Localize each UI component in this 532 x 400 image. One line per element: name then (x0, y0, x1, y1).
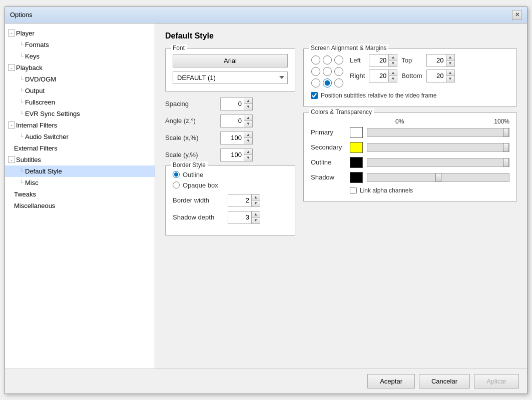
bottom-up[interactable]: ▲ (446, 70, 454, 76)
options-dialog: Options ✕ - Player └ Formats └ K (5, 6, 527, 394)
scale-x-down[interactable]: ▼ (244, 138, 252, 144)
outline-radio[interactable] (173, 171, 180, 178)
scale-x-input: ▲ ▼ (220, 132, 253, 144)
right-up[interactable]: ▲ (389, 70, 397, 76)
border-width-spin: ▲ ▼ (228, 194, 260, 207)
sidebar-item-dvdogm[interactable]: └ DVD/OGM (5, 74, 155, 85)
scale-y-up[interactable]: ▲ (244, 149, 252, 155)
align-tl[interactable] (311, 56, 320, 64)
alignment-group-label: Screen Alignment & Margins (309, 44, 388, 52)
font-button[interactable]: Arial (173, 54, 288, 68)
align-bc[interactable] (323, 78, 332, 88)
secondary-alpha-slider[interactable] (367, 143, 509, 152)
scale-y-down[interactable]: ▼ (244, 155, 252, 161)
top-down[interactable]: ▼ (446, 60, 454, 66)
sidebar-label: Keys (25, 52, 40, 60)
align-br[interactable] (334, 78, 343, 88)
secondary-label: Secondary (311, 144, 346, 151)
outline-color-swatch[interactable] (350, 157, 363, 168)
aceptar-button[interactable]: Aceptar (367, 374, 415, 388)
align-bl[interactable] (311, 78, 320, 88)
align-mc[interactable] (323, 67, 332, 76)
opaque-radio[interactable] (173, 182, 180, 188)
shadow-depth-up[interactable]: ▲ (252, 212, 260, 218)
spacing-field[interactable] (221, 98, 244, 110)
left-field[interactable] (369, 54, 388, 66)
top-field[interactable] (427, 54, 446, 66)
sidebar-item-player[interactable]: - Player (5, 28, 155, 39)
sidebar-item-evr-sync[interactable]: └ EVR Sync Settings (5, 108, 155, 120)
bottom-field[interactable] (427, 70, 446, 82)
scale-x-field[interactable] (221, 132, 244, 144)
outline-alpha-slider[interactable] (367, 158, 509, 167)
angle-field[interactable] (221, 115, 244, 127)
left-down[interactable]: ▼ (389, 60, 397, 66)
secondary-color-swatch[interactable] (350, 142, 363, 153)
sidebar-item-output[interactable]: └ Output (5, 85, 155, 96)
aplicar-button[interactable]: Aplicar (474, 374, 519, 388)
scale-y-field[interactable] (221, 149, 244, 161)
border-width-down[interactable]: ▼ (252, 200, 260, 206)
bottom-down[interactable]: ▼ (446, 76, 454, 82)
align-tc[interactable] (323, 56, 332, 64)
primary-alpha-slider[interactable] (367, 128, 509, 137)
sidebar-item-formats[interactable]: └ Formats (5, 39, 155, 50)
sidebar-item-internal-filters[interactable]: - Internal Filters (5, 120, 155, 131)
scale-x-up[interactable]: ▲ (244, 132, 252, 138)
primary-color-swatch[interactable] (350, 127, 363, 138)
align-mr[interactable] (334, 67, 343, 76)
border-group-label: Border Style (171, 162, 208, 168)
sidebar-item-external-filters[interactable]: External Filters (5, 142, 155, 154)
bottom-label: Bottom (401, 72, 422, 80)
sidebar-item-keys[interactable]: └ Keys (5, 50, 155, 62)
left-label: Left (350, 56, 365, 64)
link-alpha-checkbox[interactable] (350, 187, 357, 194)
sidebar-item-tweaks[interactable]: Tweaks (5, 188, 155, 200)
align-tr[interactable] (334, 56, 343, 64)
spacing-input: ▲ ▼ (220, 98, 253, 110)
shadow-depth-field[interactable] (228, 212, 251, 224)
angle-up[interactable]: ▲ (244, 115, 252, 121)
right-spin: ▲ ▼ (369, 70, 397, 82)
border-width-up[interactable]: ▲ (252, 194, 260, 200)
top-up[interactable]: ▲ (446, 54, 454, 60)
shadow-alpha-slider[interactable] (367, 173, 509, 182)
sidebar-item-audio-switcher[interactable]: └ Audio Switcher (5, 131, 155, 142)
sidebar-item-default-style[interactable]: └ Default Style (5, 166, 155, 177)
page-title: Default Style (165, 32, 517, 40)
right-down[interactable]: ▼ (389, 76, 397, 82)
close-button[interactable]: ✕ (512, 10, 522, 20)
cancelar-button[interactable]: Cancelar (419, 374, 470, 388)
tree-line: └ (18, 180, 25, 186)
border-width-field[interactable] (228, 194, 251, 206)
sidebar-item-misc[interactable]: └ Misc (5, 177, 155, 188)
sidebar-label: Playback (16, 64, 43, 72)
shadow-color-swatch[interactable] (350, 172, 363, 183)
pct-left: 0% (395, 118, 404, 125)
colors-group: Colors & Transparency 0% 100% Primary (303, 112, 517, 202)
spacing-down[interactable]: ▼ (244, 104, 252, 110)
shadow-depth-label: Shadow depth (173, 214, 228, 221)
sidebar-item-subtitles[interactable]: - Subtitles (5, 154, 155, 166)
sidebar-item-miscellaneous[interactable]: Miscellaneous (5, 200, 155, 212)
right-field[interactable] (369, 70, 388, 82)
dialog-title: Options (10, 11, 33, 18)
secondary-row: Secondary (311, 142, 509, 153)
left-up[interactable]: ▲ (389, 54, 397, 60)
sidebar-label: Output (25, 87, 45, 94)
preset-select[interactable]: DEFAULT (1) DEFAULT (2) BOLD ITALIC (173, 72, 288, 84)
tree-line: └ (18, 100, 25, 105)
sidebar-label: DVD/OGM (25, 76, 56, 83)
angle-row: Angle (z,°) ▲ ▼ (165, 114, 295, 128)
outline-radio-label: Outline (183, 171, 203, 178)
sidebar-label: Tweaks (14, 190, 36, 198)
subtitle-relative-checkbox[interactable] (311, 92, 318, 99)
shadow-depth-down[interactable]: ▼ (252, 218, 260, 224)
align-ml[interactable] (311, 67, 320, 76)
sidebar-label: Player (16, 30, 35, 37)
sidebar-item-playback[interactable]: - Playback (5, 62, 155, 74)
sidebar-item-fullscreen[interactable]: └ Fullscreen (5, 96, 155, 108)
shadow-depth-row: Shadow depth ▲ ▼ (173, 211, 288, 224)
angle-down[interactable]: ▼ (244, 121, 252, 127)
spacing-up[interactable]: ▲ (244, 98, 252, 104)
